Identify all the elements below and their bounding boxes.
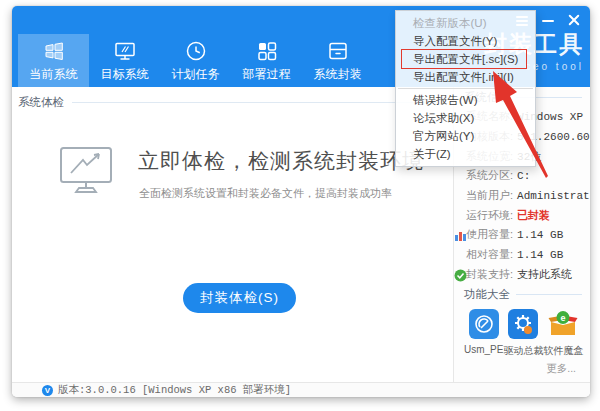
tab-label: 部署过程 — [243, 66, 291, 83]
menu-item-official-site[interactable]: 官方网站(Y) — [396, 127, 535, 145]
grid-icon — [255, 39, 279, 63]
app-software-magicbox[interactable]: e 软件魔盒 — [543, 309, 583, 358]
feature-apps: Usm_PE — [454, 301, 590, 358]
info-row-used-capacity: 使用容量: 1.14 GB — [454, 225, 590, 245]
info-row-relative-capacity: 相对容量: 1.14 GB — [454, 245, 590, 265]
bar-chart-icon — [454, 228, 467, 241]
gear-icon — [508, 309, 538, 339]
version-text: 版本:3.0.0.16 [Windows XP x86 部署环境] — [58, 383, 291, 397]
app-usm-pe[interactable]: Usm_PE — [464, 309, 503, 358]
hero-subtitle: 全面检测系统设置和封装必备文件，提高封装成功率 — [139, 186, 392, 201]
hero-title: 立即体检，检测系统封装环境 — [138, 147, 424, 175]
info-row-package-support: 封装支持: 支持此系统 — [454, 265, 590, 285]
tab-label: 系统封装 — [314, 66, 362, 83]
windows-icon — [42, 39, 66, 63]
menu-item-about[interactable]: 关于(Z) — [396, 145, 535, 163]
tab-deploy-process[interactable]: 部署过程 — [231, 34, 302, 87]
tab-scheduled-tasks[interactable]: 计划任务 — [160, 34, 231, 87]
nav-tabs: 当前系统 目标系统 — [18, 34, 373, 87]
more-link[interactable]: 更多... — [454, 362, 590, 376]
minimize-icon[interactable] — [542, 14, 554, 26]
tab-current-system[interactable]: 当前系统 — [18, 34, 89, 87]
close-icon[interactable] — [568, 14, 580, 26]
menu-item-export-config-sc[interactable]: 导出配置文件[.sc](S) — [396, 50, 535, 68]
tab-system-package[interactable]: 系统封装 — [302, 34, 373, 87]
app-driver-ceo[interactable]: 驱动总裁 — [503, 309, 543, 358]
section-header-features: 功能大全 — [454, 288, 590, 301]
menu-item-error-report[interactable]: 错误报告(W) — [396, 91, 535, 109]
tab-target-system[interactable]: 目标系统 — [89, 34, 160, 87]
tab-label: 目标系统 — [101, 66, 149, 83]
status-packaged: 已封装 — [517, 208, 550, 223]
divider — [516, 294, 582, 295]
section-header-system-check: 系统体检 — [18, 95, 443, 110]
status-bar: V 版本:3.0.0.16 [Windows XP x86 部署环境] — [12, 382, 590, 397]
tab-label: 计划任务 — [172, 66, 220, 83]
info-row-current-user: 当前用户: Administrator — [454, 186, 590, 206]
section-title: 系统体检 — [18, 95, 64, 110]
app-label: Usm_PE — [464, 344, 503, 355]
menu-item-forum-help[interactable]: 论坛求助(X) — [396, 109, 535, 127]
monitor-icon — [113, 39, 137, 63]
main-panel: 系统体检 立即体检，检测系统封装环境 全面检测系统设置和封装必备文件，提高封装成… — [12, 87, 453, 382]
check-circle-icon — [454, 268, 467, 281]
sidebar-features-title: 功能大全 — [464, 287, 510, 302]
app-screenshot: 封装工具 ceo tool — [0, 0, 600, 411]
monitor-check-illustration — [58, 145, 114, 201]
app-label: 驱动总裁 — [503, 344, 543, 358]
archive-box-icon — [326, 39, 350, 63]
menu-item-check-update: 检查新版本(U) — [396, 14, 535, 32]
divider — [72, 102, 443, 103]
menu-item-import-config[interactable]: 导入配置文件(Y) — [396, 32, 535, 50]
version-icon: V — [42, 385, 53, 396]
info-row-system-partition: 系统分区: C: — [454, 166, 590, 186]
dropdown-menu: 检查新版本(U) 导入配置文件(Y) 导出配置文件[.sc](S) 导出配置文件… — [395, 10, 536, 167]
clock-icon — [184, 39, 208, 63]
info-row-run-env: 运行环境: 已封装 — [454, 205, 590, 225]
tab-label: 当前系统 — [30, 66, 78, 83]
usm-pe-icon — [469, 309, 499, 339]
svg-text:e: e — [561, 313, 566, 323]
magic-box-icon: e — [548, 309, 578, 339]
menu-separator — [398, 88, 533, 89]
menu-item-export-config-ini[interactable]: 导出配置文件[.ini](I) — [396, 68, 535, 86]
package-check-button[interactable]: 封装体检(S) — [183, 283, 296, 313]
app-label: 软件魔盒 — [543, 344, 583, 358]
